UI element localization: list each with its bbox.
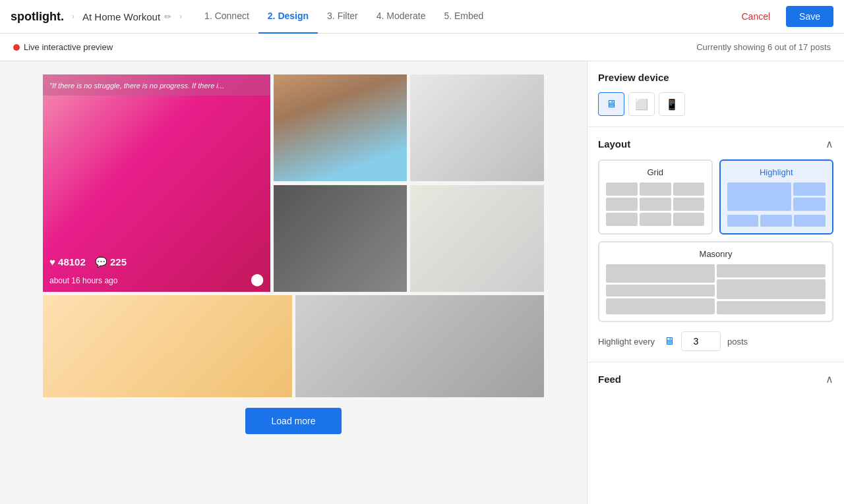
highlight-preview-bottom xyxy=(727,215,826,227)
post-item-3[interactable] xyxy=(410,74,544,181)
post-likes: ♥ 48102 xyxy=(49,256,86,268)
subheader: Live interactive preview Currently showi… xyxy=(0,34,844,61)
post-item-2[interactable] xyxy=(274,74,407,181)
preview-area: "If there is no struggle, there is no pr… xyxy=(0,61,587,504)
instagram-icon: ⬤ xyxy=(251,272,264,287)
highlight-preview-bot3 xyxy=(794,215,826,227)
highlight-preview-bot2 xyxy=(760,215,792,227)
tablet-icon: ⬜ xyxy=(635,98,648,111)
live-preview-label: Live interactive preview xyxy=(24,42,113,52)
grid-cell-2 xyxy=(640,182,671,196)
post-quote: "If there is no struggle, there is no pr… xyxy=(49,82,224,90)
layout-title: Layout xyxy=(598,138,630,150)
topnav: spotlight. › At Home Workout ✏ › 1. Conn… xyxy=(0,0,844,34)
nav-step-design[interactable]: 2. Design xyxy=(258,0,318,34)
device-desktop-button[interactable]: 🖥 xyxy=(598,92,624,116)
mobile-icon: 📱 xyxy=(665,98,678,111)
highlight-preview-sm1 xyxy=(793,182,826,196)
nav-step-moderate[interactable]: 4. Moderate xyxy=(367,0,435,34)
post-item-7[interactable] xyxy=(295,295,545,397)
load-more-container: Load more xyxy=(13,408,574,434)
highlight-every-label: Highlight every xyxy=(598,337,655,347)
masonry-cell-6 xyxy=(717,301,826,314)
nav-step-connect[interactable]: 1. Connect xyxy=(195,0,258,34)
highlight-preview-large xyxy=(727,182,792,211)
highlight-preview-sm2 xyxy=(793,198,826,211)
logo: spotlight. xyxy=(11,10,64,24)
nav-step-filter[interactable]: 3. Filter xyxy=(318,0,367,34)
layout-grid-label: Grid xyxy=(606,167,705,177)
layout-collapse-button[interactable]: ∧ xyxy=(826,138,833,150)
feed-section-header: Feed ∧ xyxy=(598,373,833,385)
nav-actions: Cancel Save xyxy=(733,6,833,27)
post-item-5[interactable] xyxy=(410,185,544,292)
posts-count-info: Currently showing 6 out of 17 posts xyxy=(696,42,831,52)
post-stats: ♥ 48102 💬 225 xyxy=(49,256,127,268)
grid-cell-9 xyxy=(673,213,705,226)
masonry-cell-1 xyxy=(606,264,715,283)
grid-cell-6 xyxy=(673,198,705,211)
cancel-button[interactable]: Cancel xyxy=(733,7,778,26)
device-mobile-button[interactable]: 📱 xyxy=(659,92,685,116)
preview-device-header: Preview device xyxy=(598,72,833,83)
masonry-cell-3 xyxy=(606,298,715,314)
layout-highlight-label: Highlight xyxy=(727,167,826,177)
device-tablet-button[interactable]: ⬜ xyxy=(628,92,655,116)
feed-section: Feed ∧ xyxy=(588,362,844,396)
layout-cards: Grid Highlight xyxy=(598,159,833,322)
preview-device-title: Preview device xyxy=(598,72,669,83)
preview-device-section: Preview device 🖥 ⬜ 📱 xyxy=(588,61,844,127)
highlight-every-row: Highlight every 🖥 posts xyxy=(598,331,833,351)
grid-cell-8 xyxy=(640,213,671,226)
save-button[interactable]: Save xyxy=(786,6,833,27)
layout-masonry-preview xyxy=(606,264,826,314)
chevron-icon-2: › xyxy=(179,12,182,21)
grid-cell-7 xyxy=(606,213,638,226)
grid-cell-3 xyxy=(673,182,705,196)
layout-highlight-card[interactable]: Highlight xyxy=(719,159,834,235)
feed-collapse-button[interactable]: ∧ xyxy=(826,373,833,385)
post-comments: 💬 225 xyxy=(95,256,127,268)
post-time: about 16 hours ago xyxy=(49,276,117,285)
live-dot-icon xyxy=(13,44,20,51)
logo-text: spotlight. xyxy=(11,10,64,24)
layout-highlight-preview xyxy=(727,182,826,227)
grid-cell-4 xyxy=(606,198,638,211)
highlight-every-input[interactable] xyxy=(681,331,721,351)
grid-cell-5 xyxy=(640,198,671,211)
live-preview-badge: Live interactive preview xyxy=(13,42,113,52)
layout-section: Layout ∧ Grid xyxy=(588,127,844,362)
layout-grid-card[interactable]: Grid xyxy=(598,159,713,235)
desktop-icon: 🖥 xyxy=(606,98,617,110)
main-layout: "If there is no struggle, there is no pr… xyxy=(0,61,844,504)
chevron-icon-1: › xyxy=(72,12,75,21)
masonry-col-1 xyxy=(606,264,715,314)
grid-cell-1 xyxy=(606,182,638,196)
highlight-posts-label: posts xyxy=(727,337,748,347)
layout-masonry-label: Masonry xyxy=(606,249,826,259)
feed-title: Feed xyxy=(598,374,621,385)
nav-title: At Home Workout ✏ xyxy=(82,11,171,22)
highlight-preview-bot1 xyxy=(727,215,759,227)
masonry-cell-4 xyxy=(717,264,826,277)
load-more-button[interactable]: Load more xyxy=(245,408,342,434)
highlight-device-icon: 🖥 xyxy=(664,335,675,347)
masonry-cell-5 xyxy=(717,279,826,299)
project-title: At Home Workout xyxy=(82,11,160,22)
layout-section-header: Layout ∧ xyxy=(598,138,833,150)
post-item-4[interactable] xyxy=(274,185,407,292)
device-buttons: 🖥 ⬜ 📱 xyxy=(598,92,833,116)
right-panel: Preview device 🖥 ⬜ 📱 Layout ∧ xyxy=(587,61,844,504)
nav-step-embed[interactable]: 5. Embed xyxy=(435,0,493,34)
edit-title-icon[interactable]: ✏ xyxy=(164,12,171,22)
post-item-large[interactable]: "If there is no struggle, there is no pr… xyxy=(43,74,270,292)
layout-grid-preview xyxy=(606,182,705,226)
layout-masonry-card[interactable]: Masonry xyxy=(598,241,833,322)
highlight-preview-right xyxy=(793,182,826,211)
masonry-cell-2 xyxy=(606,285,715,296)
post-item-6[interactable] xyxy=(43,295,292,397)
nav-steps: 1. Connect 2. Design 3. Filter 4. Modera… xyxy=(195,0,493,34)
masonry-col-2 xyxy=(717,264,826,314)
